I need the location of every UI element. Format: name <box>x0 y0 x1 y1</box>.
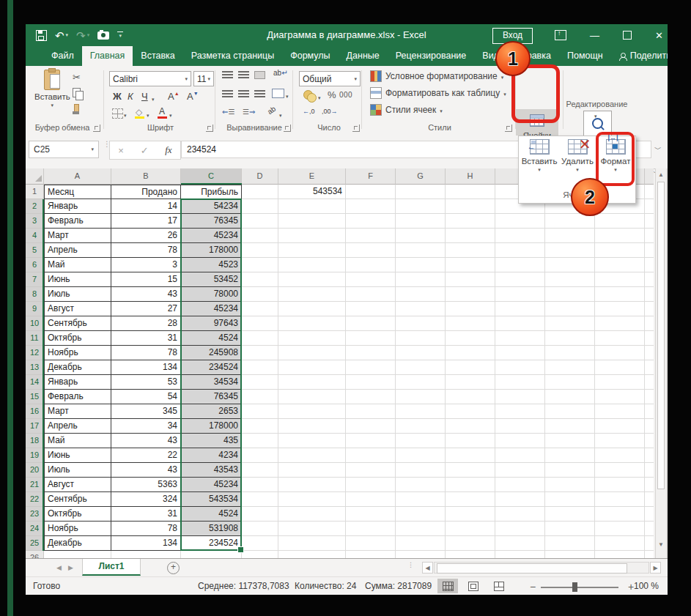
alignment-dialog-launcher-icon[interactable] <box>284 125 291 132</box>
cell-H8[interactable] <box>446 287 495 302</box>
cell-B26[interactable] <box>111 551 181 558</box>
cell-A4[interactable]: Март <box>44 229 111 243</box>
cell-L6[interactable] <box>645 258 654 272</box>
cell-K4[interactable] <box>595 229 645 243</box>
cell-C2[interactable]: 54234 <box>181 199 242 214</box>
zoom-out-icon[interactable]: − <box>530 581 536 593</box>
cell-I23[interactable] <box>495 507 545 522</box>
cell-B24[interactable]: 78 <box>111 522 181 536</box>
cell-F13[interactable] <box>346 360 396 375</box>
number-dialog-launcher-icon[interactable] <box>352 125 360 132</box>
cell-B2[interactable]: 14 <box>111 199 181 214</box>
row-header-23[interactable]: 23 <box>26 507 44 522</box>
cell-B25[interactable]: 134 <box>111 536 181 551</box>
cell-I6[interactable] <box>495 258 545 272</box>
editing-chevron-icon[interactable]: ▾ <box>594 114 597 119</box>
cell-L8[interactable] <box>645 287 654 302</box>
cell-A7[interactable]: Июнь <box>44 272 111 287</box>
copy-icon[interactable] <box>73 88 81 97</box>
cell-D18[interactable] <box>242 434 278 448</box>
expand-formula-bar-icon[interactable]: ﹀ <box>654 144 662 155</box>
cell-K21[interactable] <box>595 478 645 492</box>
cell-K6[interactable] <box>595 258 645 272</box>
cell-E7[interactable] <box>278 272 346 287</box>
cell-J19[interactable] <box>545 448 595 463</box>
cell-H4[interactable] <box>446 229 495 243</box>
cell-G14[interactable] <box>396 375 446 390</box>
redo-button[interactable]: ↷▾ <box>76 30 89 41</box>
font-name-combo[interactable]: Calibri▾ <box>109 71 191 86</box>
row-header-12[interactable]: 12 <box>26 346 44 360</box>
cancel-icon[interactable]: × <box>118 145 124 156</box>
row-header-21[interactable]: 21 <box>26 478 44 492</box>
cell-L11[interactable] <box>645 331 654 346</box>
cell-H13[interactable] <box>446 360 495 375</box>
cell-C1[interactable]: Прибыль <box>181 185 242 199</box>
ribbon-tab-file[interactable]: Файл <box>43 46 82 66</box>
cell-B10[interactable]: 28 <box>111 316 181 331</box>
cell-D5[interactable] <box>242 243 278 258</box>
cell-D12[interactable] <box>242 346 278 360</box>
row-header-4[interactable]: 4 <box>26 229 44 243</box>
cell-C19[interactable]: 4234 <box>181 448 242 463</box>
cell-B4[interactable]: 26 <box>111 229 181 243</box>
cell-L20[interactable] <box>645 463 654 478</box>
cell-H6[interactable] <box>446 258 495 272</box>
cell-I8[interactable] <box>495 287 545 302</box>
font-dialog-launcher-icon[interactable] <box>206 125 213 132</box>
cell-K8[interactable] <box>595 287 645 302</box>
vertical-scrollbar[interactable]: ▲ ▼ <box>655 168 666 558</box>
cell-I19[interactable] <box>495 448 545 463</box>
cell-B21[interactable]: 5363 <box>111 478 181 492</box>
cell-J24[interactable] <box>545 522 595 536</box>
cell-J23[interactable] <box>545 507 595 522</box>
cell-F10[interactable] <box>346 316 396 331</box>
cell-C18[interactable]: 435 <box>181 434 242 448</box>
cell-C24[interactable]: 531908 <box>181 522 242 536</box>
italic-button[interactable]: К <box>128 91 133 102</box>
cell-C4[interactable]: 45234 <box>181 229 242 243</box>
cell-G26[interactable] <box>396 551 446 558</box>
cell-K3[interactable] <box>595 214 645 229</box>
cell-A22[interactable]: Сентябрь <box>44 492 111 507</box>
scroll-left-icon[interactable]: ◀ <box>422 562 433 574</box>
cell-H5[interactable] <box>446 243 495 258</box>
cell-G16[interactable] <box>396 404 446 419</box>
cell-A3[interactable]: Февраль <box>44 214 111 229</box>
underline-button[interactable]: Ч <box>141 91 148 102</box>
cell-K10[interactable] <box>595 316 645 331</box>
comma-style-button[interactable]: 000 <box>339 91 352 99</box>
cell-F11[interactable] <box>346 331 396 346</box>
row-header-25[interactable]: 25 <box>26 536 44 551</box>
cell-G22[interactable] <box>396 492 446 507</box>
cell-C10[interactable]: 97643 <box>181 316 242 331</box>
cell-C9[interactable]: 45234 <box>181 302 242 316</box>
cell-L2[interactable] <box>645 199 654 214</box>
cell-F1[interactable] <box>346 185 396 199</box>
customize-qat-button[interactable]: ▾ <box>117 31 123 40</box>
formula-bar-resize-handle[interactable]: ⋮ <box>103 142 106 146</box>
orientation-chevron-icon[interactable]: ▾ <box>279 113 282 118</box>
cell-H2[interactable] <box>446 199 495 214</box>
cell-B19[interactable]: 22 <box>111 448 181 463</box>
cell-I9[interactable] <box>495 302 545 316</box>
cell-E18[interactable] <box>278 434 346 448</box>
cell-B6[interactable]: 3 <box>111 258 181 272</box>
cell-L17[interactable] <box>645 419 654 434</box>
align-right-icon[interactable] <box>254 90 265 98</box>
currency-chevron-icon[interactable]: ▾ <box>318 95 321 100</box>
cell-I13[interactable] <box>495 360 545 375</box>
cell-G17[interactable] <box>396 419 446 434</box>
row-header-16[interactable]: 16 <box>26 404 44 419</box>
cell-B13[interactable]: 134 <box>111 360 181 375</box>
insert-function-icon[interactable]: fx <box>165 144 171 156</box>
cell-K25[interactable] <box>595 536 645 551</box>
cell-E4[interactable] <box>278 229 346 243</box>
cell-F21[interactable] <box>346 478 396 492</box>
cell-E6[interactable] <box>278 258 346 272</box>
cell-I10[interactable] <box>495 316 545 331</box>
cell-A8[interactable]: Июль <box>44 287 111 302</box>
row-header-20[interactable]: 20 <box>26 463 44 478</box>
cell-C15[interactable]: 76345 <box>181 390 242 404</box>
cell-H26[interactable] <box>446 551 495 558</box>
